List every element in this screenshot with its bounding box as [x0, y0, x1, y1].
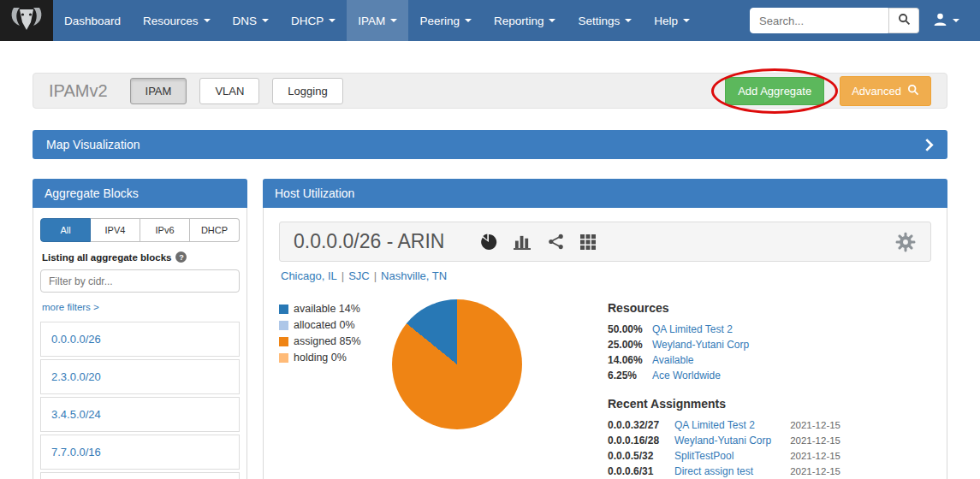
chevron-down-icon	[953, 19, 959, 22]
pie-legend: available 14% allocated 0% assigned 85% …	[279, 296, 366, 479]
block-item[interactable]: 3.4.5.0/24	[40, 397, 240, 432]
tab-ipam[interactable]: IPAM	[130, 78, 187, 104]
location-separator: |	[374, 269, 377, 282]
location-links: Chicago, IL|SJC|Nashville, TN	[281, 269, 930, 282]
nav-item-dns[interactable]: DNS	[222, 0, 281, 41]
nav-item-reporting[interactable]: Reporting	[483, 0, 567, 41]
nav-label: DHCP	[291, 15, 324, 27]
aggregate-blocks-header: Aggregate Blocks	[33, 179, 247, 208]
resource-link[interactable]: Weyland-Yutani Corp	[652, 339, 749, 351]
resource-link[interactable]: Ace Worldwide	[652, 370, 721, 381]
cidr-filter-input[interactable]	[40, 269, 240, 293]
grid-icon[interactable]	[580, 234, 596, 250]
chevron-right-icon[interactable]	[924, 138, 934, 152]
toolbar-actions: Add Aggregate Advanced	[725, 76, 931, 106]
nav-item-dhcp[interactable]: DHCP	[280, 0, 347, 41]
add-aggregate-wrap: Add Aggregate	[725, 77, 824, 105]
add-aggregate-button[interactable]: Add Aggregate	[725, 77, 824, 105]
share-icon[interactable]	[548, 234, 564, 250]
location-separator: |	[342, 269, 344, 282]
map-visualization-bar[interactable]: Map Visualization	[33, 130, 947, 159]
nav-label: Reporting	[494, 15, 544, 27]
search-button[interactable]	[888, 8, 919, 33]
resource-row: 14.06%Available	[608, 354, 840, 366]
chevron-down-icon	[683, 19, 690, 22]
nav-item-peering[interactable]: Peering	[408, 0, 483, 41]
block-type-filter: All IPV4 IPv6 DHCP	[40, 218, 240, 242]
bar-chart-icon[interactable]	[514, 234, 532, 250]
gear-icon[interactable]	[894, 231, 917, 253]
nav-item-help[interactable]: Help	[643, 0, 701, 41]
chevron-down-icon	[465, 19, 472, 22]
ram-logo-icon	[8, 3, 45, 38]
advanced-button[interactable]: Advanced	[840, 76, 931, 106]
search-input[interactable]	[750, 8, 888, 33]
search-icon	[898, 13, 911, 28]
main-menu: Dashboard Resources DNS DHCP IPAM Peerin…	[53, 0, 701, 41]
resource-row: 50.00%QA Limited Test 2	[608, 323, 840, 335]
nav-label: Peering	[419, 15, 460, 27]
resource-percent: 50.00%	[608, 323, 652, 335]
view-toggle-icons	[480, 234, 596, 251]
filter-tab-dhcp[interactable]: DHCP	[190, 218, 240, 242]
help-icon[interactable]: ?	[175, 251, 187, 263]
assignment-cidr: 0.0.0.5/32	[608, 450, 674, 462]
nav-label: IPAM	[358, 15, 385, 27]
nav-label: Help	[654, 15, 678, 27]
legend-label: allocated 0%	[294, 319, 355, 331]
location-link[interactable]: SJC	[348, 269, 370, 282]
filter-tab-all[interactable]: All	[40, 218, 91, 242]
resource-percent: 14.06%	[608, 354, 652, 366]
user-icon	[933, 12, 947, 30]
nav-label: DNS	[233, 15, 258, 27]
more-filters-link[interactable]: more filters >	[42, 302, 99, 312]
assignment-link[interactable]: Weyland-Yutani Corp	[674, 435, 779, 446]
block-item[interactable]: 7.7.0.0/16	[40, 435, 240, 470]
block-item[interactable]: 0.0.0.0/26	[40, 322, 240, 357]
brand-logo[interactable]	[0, 0, 53, 41]
resource-link[interactable]: QA Limited Test 2	[652, 323, 733, 335]
nav-item-resources[interactable]: Resources	[132, 0, 222, 41]
tab-vlan[interactable]: VLAN	[199, 78, 259, 104]
resource-link[interactable]: Available	[652, 354, 693, 366]
assignment-link[interactable]: Direct assign test	[674, 465, 779, 477]
pie-chart-icon[interactable]	[480, 234, 497, 251]
legend-item: available 14%	[279, 303, 366, 315]
user-menu[interactable]	[919, 12, 973, 30]
nav-label: Dashboard	[64, 15, 121, 27]
assignment-date: 2021-12-15	[779, 466, 840, 476]
host-utilization-panel: Host Utilization 0.0.0.0/26 - ARIN	[263, 179, 947, 479]
legend-item: holding 0%	[279, 352, 366, 364]
tab-logging[interactable]: Logging	[272, 78, 342, 104]
assignment-row: 0.0.0.16/28Weyland-Yutani Corp2021-12-15	[608, 435, 840, 446]
recent-assignments-heading: Recent Assignments	[608, 397, 840, 411]
location-link[interactable]: Nashville, TN	[381, 269, 447, 282]
chevron-down-icon	[549, 19, 555, 22]
nav-item-ipam[interactable]: IPAM	[347, 0, 408, 41]
block-item[interactable]	[40, 472, 240, 479]
aggregate-blocks-body: All IPV4 IPv6 DHCP Listing all aggregate…	[33, 208, 246, 479]
assignment-link[interactable]: SplitTestPool	[674, 450, 779, 462]
assignment-cidr: 0.0.0.16/28	[608, 435, 674, 446]
legend-label: available 14%	[294, 303, 360, 315]
top-navbar: Dashboard Resources DNS DHCP IPAM Peerin…	[0, 0, 980, 41]
block-item[interactable]: 2.3.0.0/20	[40, 359, 240, 394]
legend-swatch	[279, 353, 288, 363]
filter-tab-ipv4[interactable]: IPV4	[91, 218, 140, 242]
legend-item: allocated 0%	[279, 319, 366, 331]
resource-percent: 6.25%	[608, 370, 652, 381]
utilization-chart-row: available 14% allocated 0% assigned 85% …	[279, 296, 931, 479]
listing-text: Listing all aggregate blocks	[42, 252, 171, 263]
aggregate-block-list: 0.0.0.0/26 2.3.0.0/20 3.4.5.0/24 7.7.0.0…	[40, 322, 240, 479]
assignment-link[interactable]: QA Limited Test 2	[674, 419, 779, 431]
nav-item-settings[interactable]: Settings	[567, 0, 643, 41]
assignment-date: 2021-12-15	[779, 451, 840, 461]
location-link[interactable]: Chicago, IL	[281, 269, 337, 282]
assignment-row: 0.0.0.6/31Direct assign test2021-12-15	[608, 465, 840, 477]
filter-tab-ipv6[interactable]: IPv6	[140, 218, 190, 242]
nav-label: Settings	[578, 15, 620, 27]
block-title: 0.0.0.0/26 - ARIN	[294, 230, 444, 253]
host-utilization-header: Host Utilization	[263, 179, 947, 208]
legend-swatch	[279, 305, 288, 314]
nav-item-dashboard[interactable]: Dashboard	[53, 0, 132, 41]
